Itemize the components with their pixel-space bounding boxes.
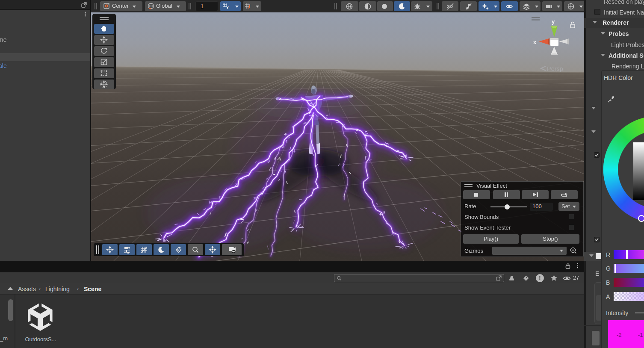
svg-text:y: y (552, 18, 555, 25)
svg-text:Y: Y (226, 6, 229, 9)
svg-text:Persp: Persp (547, 65, 563, 72)
svg-text:x: x (533, 39, 537, 45)
